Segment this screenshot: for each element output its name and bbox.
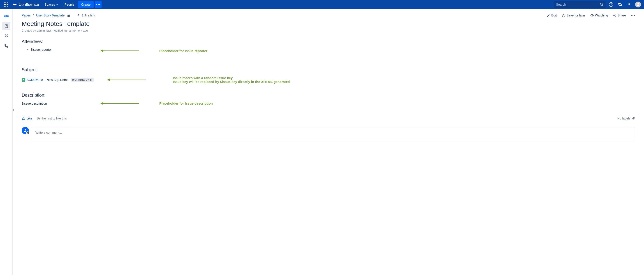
description-heading: Description:	[22, 93, 635, 98]
issue-key: SCRUM-10	[27, 78, 43, 82]
subject-heading: Subject:	[22, 67, 635, 72]
like-row: Like Be the first to like this No labels	[22, 117, 635, 120]
comment-section: Write a comment...	[22, 127, 635, 141]
star-icon	[562, 13, 565, 17]
like-label: Like	[26, 117, 32, 120]
svg-rect-4	[6, 4, 6, 5]
save-for-later-button[interactable]: Save for later	[562, 13, 585, 17]
svg-rect-22	[5, 44, 6, 45]
svg-point-16	[638, 3, 639, 4]
annotation-macro: Issue macro with a random issue key Issu…	[173, 76, 290, 84]
annotation-arrow	[101, 103, 139, 104]
svg-point-10	[98, 4, 98, 5]
pencil-icon	[547, 14, 550, 17]
breadcrumb-parent[interactable]: User Story Template	[36, 13, 65, 17]
story-icon	[22, 78, 25, 82]
like-text: Be the first to like this	[37, 117, 67, 120]
comment-input[interactable]: Write a comment...	[32, 127, 635, 141]
svg-point-9	[96, 4, 97, 5]
edit-label: dit	[554, 13, 557, 17]
svg-rect-0	[4, 2, 5, 3]
eye-icon	[590, 13, 594, 17]
page-title: Meeting Notes Template	[22, 20, 635, 27]
annotation-reporter: Placeholder for Issue reporter	[159, 49, 207, 53]
annotation-macro-l1: Issue macro with a random issue key	[173, 76, 233, 80]
search-box[interactable]	[554, 1, 606, 8]
settings-icon[interactable]	[616, 1, 624, 8]
like-button[interactable]: Like	[22, 117, 32, 120]
issue-summary: New App Demo	[46, 78, 68, 82]
svg-rect-3	[4, 4, 5, 5]
svg-point-26	[614, 15, 614, 16]
sidebar-blog-icon[interactable]: 99	[2, 32, 10, 40]
svg-point-11	[99, 4, 100, 5]
svg-point-28	[615, 16, 616, 17]
breadcrumb-separator: /	[33, 13, 34, 17]
user-icon	[636, 2, 640, 6]
logo-text: Confluence	[18, 2, 39, 7]
attendee-item: $issue.reporter	[31, 48, 76, 51]
issue-status: WORKING ON IT	[71, 78, 94, 82]
labels-area[interactable]: No labels	[617, 117, 635, 120]
profile-avatar[interactable]	[634, 1, 642, 8]
svg-rect-7	[6, 6, 6, 6]
svg-rect-2	[7, 2, 8, 3]
jira-issue-macro[interactable]: SCRUM-10 - New App Demo WORKING ON IT	[22, 78, 101, 82]
svg-line-29	[614, 15, 615, 15]
jira-icon	[77, 13, 81, 17]
svg-line-13	[602, 5, 603, 6]
left-sidebar: 99 ||	[0, 9, 13, 275]
svg-point-27	[615, 14, 616, 15]
annotation-arrow	[101, 50, 139, 51]
sidebar-pages-icon[interactable]	[2, 22, 10, 30]
top-navigation: Confluence Spaces People Create ?	[0, 0, 644, 9]
svg-text:?: ?	[610, 3, 612, 6]
main-content: Pages / User Story Template 1 Jira link …	[13, 9, 644, 275]
app-switcher-icon[interactable]	[2, 1, 10, 8]
share-icon	[613, 14, 616, 17]
chevron-down-icon	[56, 3, 58, 6]
nav-people-label: People	[64, 3, 74, 6]
svg-point-32	[632, 15, 634, 16]
notifications-icon[interactable]	[626, 1, 633, 8]
svg-rect-23	[7, 46, 8, 47]
create-button-label: Create	[81, 3, 90, 6]
svg-rect-5	[7, 4, 8, 5]
thumbs-up-icon	[22, 117, 25, 120]
breadcrumb-pages[interactable]: Pages	[22, 13, 31, 17]
sidebar-tree-icon[interactable]	[2, 42, 10, 50]
space-logo[interactable]	[2, 12, 10, 20]
no-labels-text: No labels	[617, 117, 630, 120]
nav-spaces-label: Spaces	[44, 3, 55, 6]
page-byline: Created by admin, last modified just a m…	[22, 29, 635, 32]
help-icon[interactable]: ?	[608, 1, 615, 8]
restrictions-icon[interactable]	[67, 13, 70, 17]
more-actions-button[interactable]	[631, 15, 635, 16]
description-body: $issue.description	[22, 102, 76, 105]
ellipsis-icon	[631, 15, 635, 16]
svg-point-34	[24, 129, 26, 131]
edit-button[interactable]: Edit	[547, 13, 557, 17]
ellipsis-icon	[96, 4, 100, 5]
sidebar-collapse-handle[interactable]: ||	[13, 108, 14, 111]
search-icon	[600, 3, 604, 6]
search-input[interactable]	[556, 3, 600, 6]
attendees-heading: Attendees:	[22, 39, 635, 44]
svg-point-31	[631, 15, 632, 16]
annotation-description: Placeholder for Issue description	[159, 101, 213, 105]
svg-point-25	[592, 15, 592, 16]
watching-button[interactable]: Watching	[590, 13, 608, 17]
svg-rect-8	[7, 6, 8, 6]
label-icon	[632, 117, 635, 120]
issue-separator: -	[44, 78, 45, 82]
create-more-button[interactable]	[95, 1, 102, 8]
confluence-logo[interactable]: Confluence	[10, 2, 41, 7]
share-button[interactable]: Share	[613, 13, 626, 17]
comment-avatar	[22, 127, 29, 134]
create-button[interactable]: Create	[78, 1, 94, 8]
svg-rect-1	[6, 2, 6, 3]
jira-links-button[interactable]: 1 Jira link	[77, 13, 95, 17]
svg-point-12	[600, 3, 602, 5]
nav-spaces[interactable]: Spaces	[42, 0, 61, 9]
nav-people[interactable]: People	[62, 0, 77, 9]
